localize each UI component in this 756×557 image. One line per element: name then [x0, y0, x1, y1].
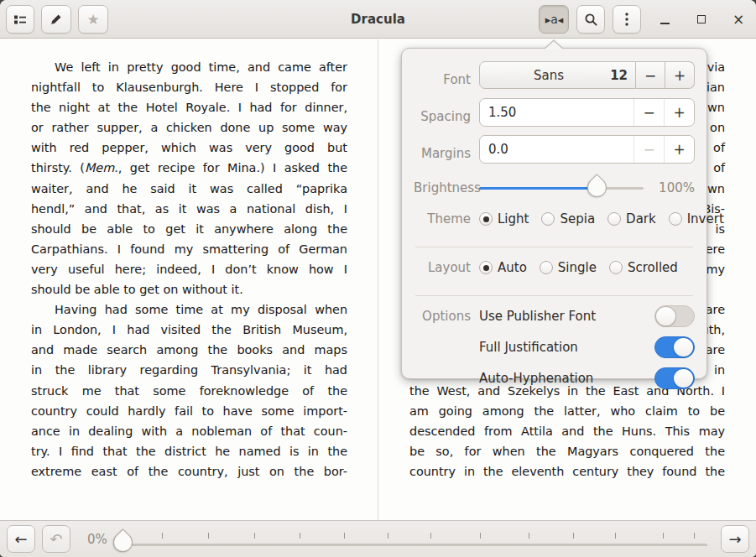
- search-button[interactable]: [576, 5, 605, 34]
- book-line: nightfall to Klausenburgh. Here I stoppe…: [31, 77, 347, 97]
- layout-radio-auto[interactable]: Auto: [479, 260, 527, 275]
- progress-slider-handle[interactable]: [109, 528, 137, 556]
- spacing-value[interactable]: 1.50: [480, 105, 633, 120]
- right-arrow-icon: →: [728, 530, 741, 548]
- margins-increase-button[interactable]: +: [664, 136, 694, 163]
- chapter-tick: [480, 533, 481, 539]
- auto-hyphenation-label: Auto-Hyphenation: [479, 371, 593, 386]
- radio-label: Light: [498, 211, 529, 226]
- margins-value[interactable]: 0.0: [480, 142, 633, 157]
- navigation-bar: ← ↶ 0% →: [0, 520, 756, 557]
- book-line: waiter, and he said it was called “papri…: [31, 179, 347, 199]
- radio-label: Invert: [687, 211, 724, 226]
- book-line: country in the eleventh century they fou…: [409, 461, 725, 482]
- theme-radio-sepia[interactable]: Sepia: [541, 211, 595, 226]
- chapter-tick: [388, 533, 388, 539]
- font-family-value: Sans: [487, 68, 610, 83]
- theme-radio-invert[interactable]: Invert: [669, 211, 724, 226]
- book-line: Having had some time at my disposal when: [31, 299, 347, 320]
- minimize-button[interactable]: [655, 10, 674, 29]
- theme-label: Theme: [414, 211, 471, 226]
- book-line: very useful here; indeed, I don’t know h…: [31, 259, 347, 279]
- full-justification-switch[interactable]: [654, 336, 695, 358]
- brightness-slider[interactable]: [479, 176, 644, 200]
- font-size-increase-button[interactable]: +: [665, 61, 695, 89]
- auto-hyphenation-switch[interactable]: [654, 367, 695, 389]
- book-line: the night at the Hotel Royale. I had for…: [31, 97, 347, 117]
- theme-radio-light[interactable]: Light: [479, 211, 529, 226]
- magnifier-icon: [584, 13, 598, 27]
- radio-label: Single: [558, 260, 597, 275]
- close-icon: ×: [733, 13, 744, 27]
- layout-radio-scrolled[interactable]: Scrolled: [609, 260, 678, 275]
- chapter-tick: [208, 533, 209, 539]
- book-line: ance in dealing with a nobleman of that …: [31, 421, 347, 441]
- margins-decrease-button[interactable]: −: [633, 136, 664, 163]
- spacing-decrease-button[interactable]: −: [633, 99, 664, 126]
- radio-icon: [540, 261, 553, 274]
- spacing-increase-button[interactable]: +: [664, 99, 694, 126]
- chapter-tick: [694, 533, 695, 539]
- vertical-ellipsis-icon: [624, 12, 629, 27]
- layout-label: Layout: [414, 260, 471, 275]
- font-size-decrease-button[interactable]: −: [636, 61, 665, 89]
- font-size-value: 12: [610, 68, 628, 83]
- left-arrow-icon: ←: [14, 530, 27, 548]
- brightness-value: 100%: [644, 180, 695, 195]
- radio-icon: [669, 212, 682, 226]
- radio-icon: [607, 212, 621, 226]
- font-settings-button[interactable]: ▸a◂: [539, 5, 569, 34]
- undo-arrow-icon: ↶: [50, 530, 62, 548]
- chapter-tick: [573, 533, 574, 539]
- radio-label: Auto: [498, 260, 527, 275]
- font-chooser-button[interactable]: Sans 12: [479, 61, 636, 89]
- go-forward-button[interactable]: →: [721, 525, 749, 553]
- font-settings-popover: Font Sans 12 − + Spacing 1.50 − +: [401, 48, 707, 379]
- book-line: Carpathians. I found my smattering of Ge…: [31, 239, 347, 259]
- progress-slider-track[interactable]: [126, 544, 707, 546]
- return-to-location-button[interactable]: ↶: [42, 525, 70, 553]
- font-label: Font: [414, 72, 471, 87]
- page-title: Dracula: [0, 12, 756, 27]
- use-publisher-font-label: Use Publisher Font: [479, 309, 596, 324]
- book-line: should be able to get it anywhere along …: [31, 219, 347, 239]
- chapter-tick: [663, 533, 664, 539]
- spacing-label: Spacing: [414, 109, 471, 124]
- progress-percent: 0%: [87, 532, 107, 547]
- switch-knob: [673, 368, 694, 388]
- separator: [415, 295, 693, 296]
- book-line: am going among the latter, who claim to …: [409, 401, 725, 421]
- book-line: thirsty. (Mem., get recipe for Mina.) I …: [31, 158, 347, 178]
- separator: [415, 247, 693, 247]
- book-line: should be able to get on without it.: [31, 279, 347, 299]
- go-back-button[interactable]: ←: [7, 525, 35, 553]
- chapter-tick: [300, 533, 300, 539]
- margins-label: Margins: [414, 146, 471, 161]
- radio-label: Scrolled: [628, 260, 678, 275]
- minimize-icon: [660, 23, 670, 24]
- use-publisher-font-switch[interactable]: [654, 305, 695, 327]
- book-line: extreme east of the country, just on the…: [31, 461, 347, 482]
- book-line: in the library regarding Transylvania; i…: [31, 360, 347, 380]
- book-line: with red pepper, which was very good but: [31, 138, 347, 158]
- chapter-tick: [430, 533, 431, 539]
- close-button[interactable]: ×: [729, 10, 748, 29]
- radio-icon: [479, 212, 493, 226]
- radio-label: Dark: [626, 211, 656, 226]
- layout-radio-single[interactable]: Single: [540, 260, 597, 275]
- radio-icon: [541, 212, 555, 226]
- chapter-tick: [254, 533, 255, 539]
- switch-knob: [655, 306, 676, 326]
- book-line: try. I find that the district he named i…: [31, 441, 347, 461]
- menu-button[interactable]: [613, 5, 641, 34]
- radio-icon: [479, 261, 493, 274]
- brightness-slider-handle[interactable]: [583, 174, 611, 201]
- maximize-button[interactable]: [692, 10, 711, 29]
- radio-icon: [609, 261, 623, 274]
- radio-label: Sepia: [560, 211, 595, 226]
- theme-radio-dark[interactable]: Dark: [607, 211, 656, 226]
- chapter-tick: [615, 533, 616, 539]
- popover-arrow: [544, 39, 564, 49]
- book-line: be so, for when the Magyars conquered th…: [409, 441, 725, 461]
- book-line: country could hardly fail to have some i…: [31, 401, 347, 421]
